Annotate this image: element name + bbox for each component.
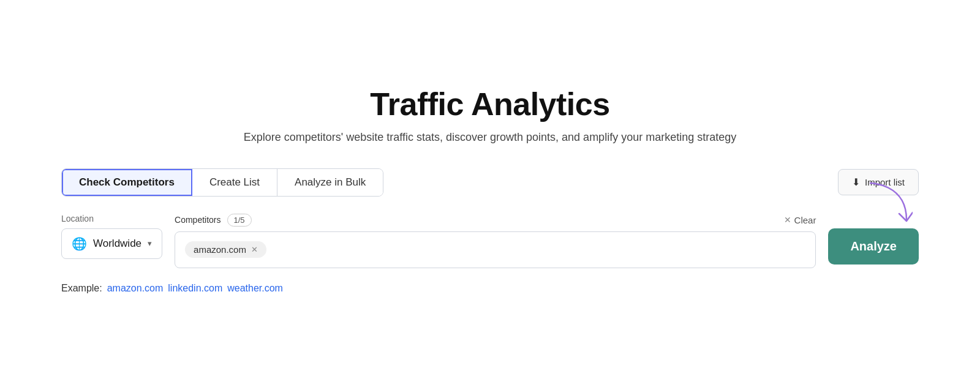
tag-remove-icon[interactable]: ✕ [251, 246, 258, 253]
page-title: Traffic Analytics [61, 86, 919, 122]
location-section: Location 🌐 Worldwide ▾ [61, 214, 162, 259]
chevron-down-icon: ▾ [148, 239, 152, 248]
analyze-button[interactable]: Analyze [828, 228, 919, 265]
tab-check-competitors[interactable]: Check Competitors [62, 169, 192, 196]
competitor-tag: amazon.com ✕ [185, 241, 266, 258]
page-subtitle: Explore competitors' website traffic sta… [61, 131, 919, 144]
main-input-section: Location 🌐 Worldwide ▾ Competitors 1/5 ✕… [61, 214, 919, 268]
competitors-section: Competitors 1/5 ✕ Clear amazon.com ✕ [175, 214, 816, 268]
example-link-linkedin[interactable]: linkedin.com [168, 283, 222, 294]
examples-label: Example: [61, 283, 102, 294]
competitors-count-badge: 1/5 [227, 214, 252, 227]
analyze-button-wrapper: Analyze [828, 214, 919, 265]
header: Traffic Analytics Explore competitors' w… [61, 86, 919, 144]
competitors-input-box[interactable]: amazon.com ✕ [175, 231, 816, 268]
examples-row: Example: amazon.com linkedin.com weather… [61, 283, 919, 294]
controls-row: Check Competitors Create List Analyze in… [61, 168, 919, 197]
clear-label: Clear [794, 215, 816, 225]
example-link-weather[interactable]: weather.com [227, 283, 283, 294]
tag-value: amazon.com [194, 244, 246, 255]
clear-button[interactable]: ✕ Clear [784, 215, 816, 225]
location-value: Worldwide [93, 238, 141, 250]
page-wrapper: Traffic Analytics Explore competitors' w… [24, 61, 956, 318]
globe-icon: 🌐 [72, 236, 87, 251]
location-label: Location [61, 214, 162, 223]
tab-analyze-in-bulk[interactable]: Analyze in Bulk [277, 169, 383, 196]
close-icon: ✕ [784, 215, 791, 225]
download-icon: ⬇ [852, 176, 860, 188]
competitors-label-group: Competitors 1/5 [175, 214, 252, 227]
location-dropdown[interactable]: 🌐 Worldwide ▾ [61, 228, 162, 259]
competitors-header: Competitors 1/5 ✕ Clear [175, 214, 816, 227]
tab-create-list[interactable]: Create List [192, 169, 277, 196]
example-link-amazon[interactable]: amazon.com [107, 283, 164, 294]
tabs-container: Check Competitors Create List Analyze in… [61, 168, 383, 197]
competitors-label: Competitors [175, 215, 221, 225]
